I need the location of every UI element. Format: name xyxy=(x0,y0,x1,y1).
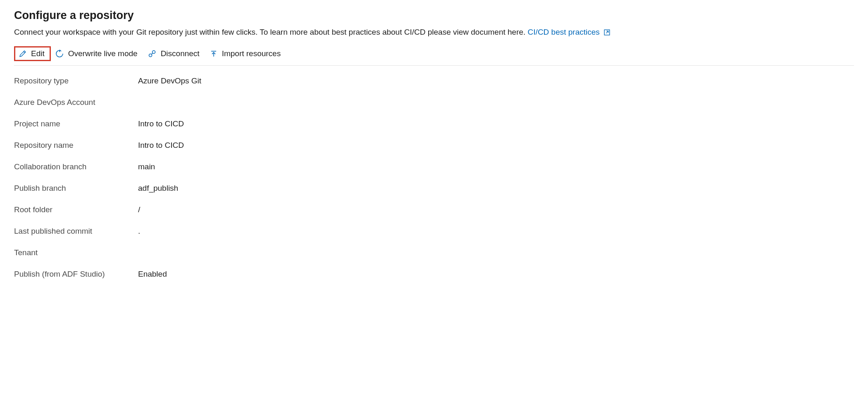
configure-repository-page: Configure a repository Connect your work… xyxy=(0,0,868,300)
toolbar: Edit Overwrite live mode Disconnect xyxy=(14,46,854,66)
detail-value: Azure DevOps Git xyxy=(138,76,201,85)
detail-value: / xyxy=(138,205,140,214)
overwrite-live-mode-label: Overwrite live mode xyxy=(68,49,138,58)
cicd-best-practices-link-text: CI/CD best practices xyxy=(528,28,600,36)
detail-value: Enabled xyxy=(138,270,167,279)
detail-row: Publish (from ADF Studio)Enabled xyxy=(14,270,854,279)
detail-row: Collaboration branchmain xyxy=(14,162,854,171)
detail-label: Collaboration branch xyxy=(14,162,138,171)
svg-point-2 xyxy=(152,50,155,53)
detail-label: Project name xyxy=(14,119,138,128)
import-resources-button[interactable]: Import resources xyxy=(205,47,287,61)
import-resources-label: Import resources xyxy=(222,49,281,58)
subtitle-text: Connect your workspace with your Git rep… xyxy=(14,28,525,36)
external-link-icon xyxy=(603,29,610,36)
refresh-icon xyxy=(55,49,64,58)
page-title: Configure a repository xyxy=(14,9,854,22)
page-subtitle: Connect your workspace with your Git rep… xyxy=(14,27,854,38)
detail-row: Publish branchadf_publish xyxy=(14,184,854,193)
detail-label: Root folder xyxy=(14,205,138,214)
svg-point-1 xyxy=(149,54,152,57)
detail-label: Repository name xyxy=(14,141,138,150)
detail-label: Repository type xyxy=(14,76,138,85)
detail-row: Tenant xyxy=(14,248,854,257)
detail-label: Last published commit xyxy=(14,227,138,236)
edit-button[interactable]: Edit xyxy=(14,46,51,61)
detail-row: Last published commit. xyxy=(14,227,854,236)
detail-row: Repository nameIntro to CICD xyxy=(14,141,854,150)
detail-row: Repository typeAzure DevOps Git xyxy=(14,76,854,85)
detail-row: Project nameIntro to CICD xyxy=(14,119,854,128)
detail-label: Tenant xyxy=(14,248,138,257)
import-icon xyxy=(210,50,218,58)
repository-details: Repository typeAzure DevOps GitAzure Dev… xyxy=(14,76,854,279)
detail-row: Root folder/ xyxy=(14,205,854,214)
pencil-icon xyxy=(19,50,27,58)
overwrite-live-mode-button[interactable]: Overwrite live mode xyxy=(51,47,143,61)
detail-label: Publish (from ADF Studio) xyxy=(14,270,138,279)
edit-button-label: Edit xyxy=(31,49,45,58)
detail-value: main xyxy=(138,162,155,171)
cicd-best-practices-link[interactable]: CI/CD best practices xyxy=(528,28,611,36)
detail-row: Azure DevOps Account xyxy=(14,98,854,107)
detail-value: Intro to CICD xyxy=(138,141,184,150)
disconnect-button-label: Disconnect xyxy=(161,49,200,58)
detail-label: Publish branch xyxy=(14,184,138,193)
detail-value: . xyxy=(138,227,140,236)
detail-value: Intro to CICD xyxy=(138,119,184,128)
detail-value: adf_publish xyxy=(138,184,178,193)
disconnect-button[interactable]: Disconnect xyxy=(143,47,205,61)
disconnect-icon xyxy=(148,49,157,58)
detail-label: Azure DevOps Account xyxy=(14,98,138,107)
